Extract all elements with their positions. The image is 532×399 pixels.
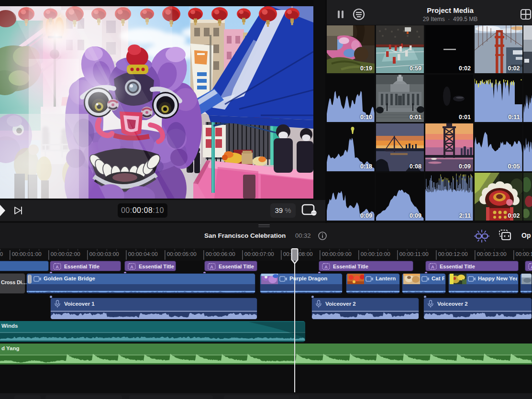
svg-text:A: A [55,264,59,269]
svg-text:A: A [324,264,328,269]
svg-text:A: A [130,264,133,269]
svg-text:A: A [431,264,434,269]
svg-text:A: A [210,264,213,269]
